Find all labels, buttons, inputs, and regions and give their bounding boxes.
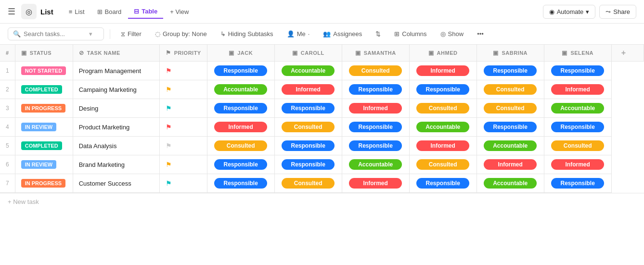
role-badge-caroll[interactable]: Consulted <box>282 178 335 189</box>
role-badge-ahmed[interactable]: Responsible <box>416 84 469 95</box>
row-jack[interactable]: Consulted <box>207 137 274 155</box>
row-samantha[interactable]: Accountable <box>342 155 409 174</box>
role-badge-ahmed[interactable]: Informed <box>416 65 469 76</box>
row-status[interactable]: IN PROGRESS <box>15 99 73 118</box>
status-badge[interactable]: IN REVIEW <box>21 123 56 131</box>
status-badge[interactable]: IN REVIEW <box>21 160 56 169</box>
role-badge-samantha[interactable]: Accountable <box>349 159 402 170</box>
row-selena[interactable]: Responsible <box>544 62 611 80</box>
role-badge-ahmed[interactable]: Accountable <box>416 122 469 132</box>
col-header-sabrina[interactable]: ▣ SABRINA <box>477 45 544 62</box>
row-task-name[interactable]: Campaing Marketing <box>73 80 159 99</box>
col-header-caroll[interactable]: ▣ CAROLL <box>274 45 342 62</box>
tab-list[interactable]: ≡ List <box>63 5 90 18</box>
role-badge-ahmed[interactable]: Informed <box>416 140 469 151</box>
row-priority[interactable]: ⚑ <box>159 62 207 80</box>
row-task-name[interactable]: Desing <box>73 99 159 118</box>
role-badge-selena[interactable]: Informed <box>551 159 604 170</box>
filter-button[interactable]: ⧖ Filter <box>116 28 146 40</box>
row-status[interactable]: IN REVIEW <box>15 155 73 174</box>
role-badge-selena[interactable]: Responsible <box>551 122 604 132</box>
row-caroll[interactable]: Accountable <box>274 62 342 80</box>
role-badge-selena[interactable]: Responsible <box>551 178 604 189</box>
role-badge-caroll[interactable]: Accountable <box>282 65 335 76</box>
role-badge-selena[interactable]: Consulted <box>551 140 604 151</box>
row-selena[interactable]: Responsible <box>544 174 611 193</box>
role-badge-jack[interactable]: Responsible <box>214 178 267 189</box>
row-task-name[interactable]: Customer Success <box>73 174 159 193</box>
role-badge-jack[interactable]: Responsible <box>214 159 267 170</box>
row-selena[interactable]: Responsible <box>544 118 611 137</box>
row-status[interactable]: COMPLETED <box>15 80 73 99</box>
columns-button[interactable]: ⊞ Columns <box>389 28 431 40</box>
role-badge-sabrina[interactable]: Accountable <box>484 178 537 189</box>
role-badge-caroll[interactable]: Responsible <box>282 140 335 151</box>
more-options-button[interactable]: ••• <box>472 28 489 40</box>
me-button[interactable]: 👤 Me · <box>282 28 315 40</box>
role-badge-caroll[interactable]: Responsible <box>282 103 335 114</box>
role-badge-ahmed[interactable]: Consulted <box>416 103 469 114</box>
row-samantha[interactable]: Informed <box>342 99 409 118</box>
role-badge-sabrina[interactable]: Responsible <box>484 122 537 132</box>
role-badge-samantha[interactable]: Responsible <box>349 84 402 95</box>
sort-button[interactable]: ⇅ <box>371 28 386 40</box>
role-badge-ahmed[interactable]: Consulted <box>416 159 469 170</box>
row-task-name[interactable]: Product Marketing <box>73 118 159 137</box>
role-badge-caroll[interactable]: Informed <box>282 84 335 95</box>
row-status[interactable]: IN REVIEW <box>15 118 73 137</box>
row-ahmed[interactable]: Responsible <box>409 80 477 99</box>
row-samantha[interactable]: Responsible <box>342 80 409 99</box>
row-sabrina[interactable]: Accountable <box>477 174 544 193</box>
role-badge-jack[interactable]: Accountable <box>214 84 267 95</box>
row-selena[interactable]: Informed <box>544 155 611 174</box>
row-jack[interactable]: Responsible <box>207 99 274 118</box>
row-sabrina[interactable]: Informed <box>477 155 544 174</box>
row-sabrina[interactable]: Accountable <box>477 137 544 155</box>
row-priority[interactable]: ⚑ <box>159 99 207 118</box>
row-caroll[interactable]: Responsible <box>274 155 342 174</box>
status-badge[interactable]: IN PROGRESS <box>21 104 65 113</box>
row-caroll[interactable]: Consulted <box>274 174 342 193</box>
row-sabrina[interactable]: Consulted <box>477 80 544 99</box>
row-status[interactable]: COMPLETED <box>15 137 73 155</box>
row-caroll[interactable]: Informed <box>274 80 342 99</box>
row-sabrina[interactable]: Consulted <box>477 99 544 118</box>
col-header-status[interactable]: ▣ STATUS <box>15 45 73 62</box>
row-task-name[interactable]: Brand Marketing <box>73 155 159 174</box>
col-header-ahmed[interactable]: ▣ AHMED <box>409 45 477 62</box>
search-box[interactable]: 🔍 ▾ <box>8 27 104 40</box>
share-button[interactable]: ⤳ Share <box>599 5 636 19</box>
role-badge-jack[interactable]: Consulted <box>214 140 267 151</box>
group-by-button[interactable]: ◌ Group by: None <box>150 28 212 40</box>
row-ahmed[interactable]: Consulted <box>409 99 477 118</box>
row-caroll[interactable]: Consulted <box>274 118 342 137</box>
row-ahmed[interactable]: Informed <box>409 137 477 155</box>
role-badge-selena[interactable]: Informed <box>551 84 604 95</box>
role-badge-samantha[interactable]: Informed <box>349 178 402 189</box>
row-priority[interactable]: ⚑ <box>159 155 207 174</box>
row-jack[interactable]: Responsible <box>207 155 274 174</box>
row-samantha[interactable]: Consulted <box>342 62 409 80</box>
role-badge-jack[interactable]: Responsible <box>214 65 267 76</box>
search-input[interactable] <box>24 30 86 38</box>
status-badge[interactable]: IN PROGRESS <box>21 179 65 188</box>
row-jack[interactable]: Responsible <box>207 62 274 80</box>
role-badge-samantha[interactable]: Responsible <box>349 122 402 132</box>
row-ahmed[interactable]: Responsible <box>409 174 477 193</box>
row-jack[interactable]: Accountable <box>207 80 274 99</box>
row-priority[interactable]: ⚑ <box>159 118 207 137</box>
tab-view[interactable]: + View <box>164 5 194 18</box>
row-jack[interactable]: Responsible <box>207 174 274 193</box>
tab-board[interactable]: ⊞ Board <box>91 5 128 18</box>
row-selena[interactable]: Informed <box>544 80 611 99</box>
col-header-selena[interactable]: ▣ SELENA <box>544 45 611 62</box>
role-badge-ahmed[interactable]: Responsible <box>416 178 469 189</box>
role-badge-sabrina[interactable]: Informed <box>484 159 537 170</box>
row-ahmed[interactable]: Informed <box>409 62 477 80</box>
row-samantha[interactable]: Responsible <box>342 118 409 137</box>
role-badge-selena[interactable]: Accountable <box>551 103 604 114</box>
row-selena[interactable]: Consulted <box>544 137 611 155</box>
col-header-samantha[interactable]: ▣ SAMANTHA <box>342 45 409 62</box>
row-selena[interactable]: Accountable <box>544 99 611 118</box>
col-header-task[interactable]: ⊘ TASK NAME <box>73 45 159 62</box>
